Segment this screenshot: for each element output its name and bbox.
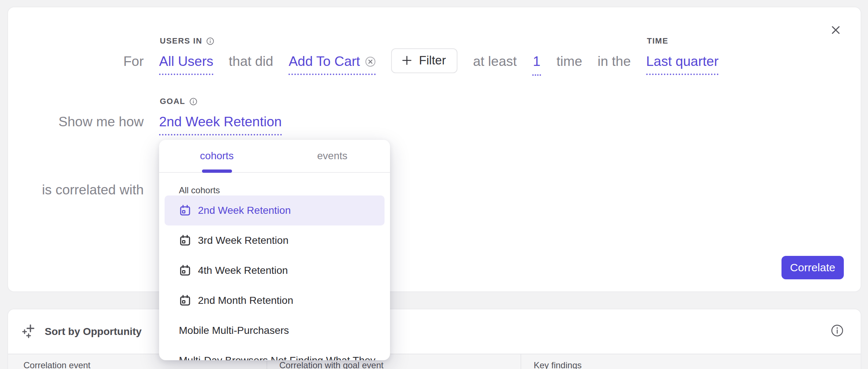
sort-sparkle-icon xyxy=(22,324,37,339)
count-selector[interactable]: 1 xyxy=(532,54,541,76)
column-key-findings: Key findings xyxy=(521,354,861,369)
goal-selector[interactable]: 2nd Week Retention xyxy=(159,114,282,135)
connector-time: time xyxy=(556,54,582,69)
list-item-label: 3rd Week Retention xyxy=(198,235,288,246)
time-range-selector[interactable]: Last quarter xyxy=(646,54,718,75)
plus-icon xyxy=(401,55,412,66)
event-chunk: Add To Cart xyxy=(288,54,376,75)
results-card: Sort by Opportunity Correlation event Co… xyxy=(7,309,861,369)
sort-by-opportunity-button[interactable]: Sort by Opportunity xyxy=(45,326,141,338)
list-item-label: 4th Week Retention xyxy=(198,265,288,276)
calendar-icon xyxy=(179,234,191,247)
connector-in-the: in the xyxy=(597,54,631,69)
time-label: TIME xyxy=(647,36,669,46)
list-item[interactable]: Multi-Day Browsers Not Finding What They xyxy=(165,346,385,360)
cohort-list: 2nd Week Retention3rd Week Retention4th … xyxy=(159,195,390,360)
users-selector[interactable]: All Users xyxy=(159,54,213,75)
dropdown-tabs: cohorts events xyxy=(159,140,390,173)
list-item[interactable]: 2nd Month Retention xyxy=(165,286,385,316)
list-item[interactable]: 4th Week Retention xyxy=(165,256,385,286)
info-icon[interactable] xyxy=(206,37,214,45)
query-builder-card: For USERS IN All Users that did Add To C… xyxy=(7,7,861,292)
list-item-label: 2nd Week Retention xyxy=(198,205,291,216)
calendar-icon xyxy=(179,204,191,217)
goal-dropdown: cohorts events All cohorts 2nd Week Rete… xyxy=(159,140,390,360)
close-icon xyxy=(830,24,842,36)
event-selector[interactable]: Add To Cart xyxy=(288,54,376,75)
close-button[interactable] xyxy=(828,23,843,37)
lead-show-me-how: Show me how xyxy=(8,114,144,130)
users-in-label: USERS IN xyxy=(160,36,214,46)
query-row-users: For USERS IN All Users that did Add To C… xyxy=(8,48,718,76)
sort-row: Sort by Opportunity xyxy=(8,309,861,354)
list-item[interactable]: Mobile Multi-Purchasers xyxy=(165,316,385,346)
list-item[interactable]: 3rd Week Retention xyxy=(165,225,385,256)
list-item-label: Mobile Multi-Purchasers xyxy=(179,325,289,336)
correlate-button[interactable]: Correlate xyxy=(781,256,844,279)
results-info-button[interactable] xyxy=(831,324,844,337)
time-chunk: TIME Last quarter xyxy=(646,54,718,75)
lead-is-correlated-with: is correlated with xyxy=(8,182,144,198)
calendar-icon xyxy=(179,294,191,307)
list-item-label: Multi-Day Browsers Not Finding What They xyxy=(179,355,375,360)
info-icon[interactable] xyxy=(189,97,198,106)
goal-chunk: GOAL 2nd Week Retention xyxy=(159,114,282,135)
connector-at-least: at least xyxy=(473,54,516,69)
calendar-icon xyxy=(179,264,191,277)
goal-label: GOAL xyxy=(160,97,198,106)
query-row-goal: Show me how GOAL 2nd Week Retention xyxy=(8,114,282,135)
remove-event-icon[interactable] xyxy=(365,56,376,67)
cohort-section-header: All cohorts xyxy=(179,185,390,195)
tab-events[interactable]: events xyxy=(275,140,390,172)
users-chunk: USERS IN All Users xyxy=(159,54,213,75)
add-filter-button[interactable]: Filter xyxy=(391,48,457,73)
results-table-header: Correlation event Correlation with goal … xyxy=(8,354,861,369)
lead-for: For xyxy=(8,54,144,69)
list-item[interactable]: 2nd Week Retention xyxy=(165,195,385,225)
active-tab-underline xyxy=(202,169,232,173)
tab-cohorts[interactable]: cohorts xyxy=(159,140,275,172)
filter-button-label: Filter xyxy=(419,53,446,67)
list-item-label: 2nd Month Retention xyxy=(198,295,293,306)
info-icon xyxy=(831,324,844,337)
connector-that-did: that did xyxy=(229,54,273,69)
